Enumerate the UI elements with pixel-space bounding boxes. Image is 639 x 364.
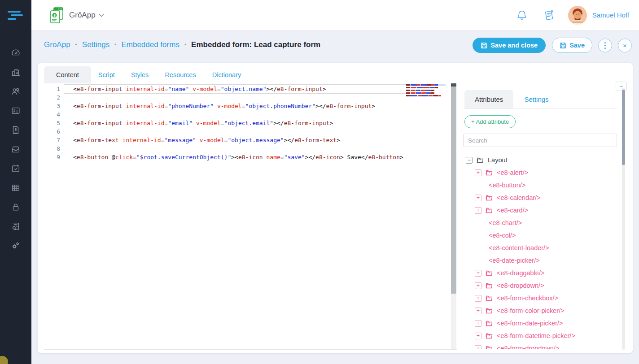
- expand-node-button[interactable]: +: [475, 320, 481, 327]
- breadcrumb-link-embedded-forms[interactable]: Embedded forms: [121, 40, 179, 49]
- tree-item[interactable]: +<e8-form-color-picker/>: [463, 304, 618, 317]
- search-input[interactable]: [463, 134, 617, 147]
- tree-item[interactable]: +<e8-form-dropdown/>: [463, 342, 618, 349]
- code-token: =: [221, 120, 224, 126]
- sidebar-item-security[interactable]: [0, 197, 31, 217]
- panel-scrollbar-thumb[interactable]: [622, 90, 625, 165]
- tree-item[interactable]: <e8-col/>: [463, 229, 618, 242]
- expand-node-button[interactable]: +: [475, 207, 481, 214]
- expand-node-button[interactable]: +: [475, 333, 481, 339]
- tree-item[interactable]: <e8-chart/>: [463, 217, 618, 229]
- tab-styles[interactable]: Styles: [131, 66, 149, 83]
- tree-item[interactable]: <e8-button/>: [463, 179, 618, 191]
- tab-settings[interactable]: Settings: [524, 90, 548, 108]
- code-token: "object.phoneNumber": [245, 103, 316, 109]
- kebab-menu-icon: [604, 41, 606, 49]
- line-number: 2: [44, 93, 60, 102]
- code-line-2[interactable]: [64, 93, 406, 102]
- tree-item[interactable]: +<e8-draggable/>: [463, 267, 618, 279]
- notifications-button[interactable]: [516, 9, 528, 21]
- tree-item[interactable]: +<e8-card/>: [463, 204, 618, 217]
- tab-dictionary[interactable]: Dictionary: [212, 66, 241, 83]
- code-editor[interactable]: 123456789 <e8-form-input internal-id="na…: [44, 83, 457, 350]
- code-line-4[interactable]: [64, 110, 406, 119]
- notes-button[interactable]: [543, 9, 555, 21]
- code-line-1[interactable]: <e8-form-input internal-id="name" v-mode…: [64, 85, 406, 93]
- close-button[interactable]: ×: [618, 39, 632, 52]
- code-token: >: [400, 154, 403, 160]
- sidebar-item-tables[interactable]: [0, 178, 31, 197]
- close-icon: ×: [623, 42, 627, 49]
- code-token: e8-button: [368, 154, 400, 160]
- expand-node-button[interactable]: +: [475, 308, 481, 314]
- menu-toggle-button[interactable]: [8, 11, 24, 21]
- avatar[interactable]: [568, 6, 587, 25]
- code-line-9[interactable]: <e8-button @click="$root.saveCurrentObje…: [64, 153, 406, 161]
- tab-attributes[interactable]: Attributes: [464, 90, 513, 108]
- expand-node-button[interactable]: +: [475, 169, 481, 176]
- tab-script[interactable]: Script: [98, 66, 115, 83]
- tree-item[interactable]: +<e8-form-checkbox/>: [463, 292, 618, 304]
- line-number-gutter: 123456789: [44, 85, 60, 161]
- editor-scrollbar[interactable]: [451, 83, 456, 349]
- corner-widget: [0, 356, 8, 364]
- expand-node-button[interactable]: +: [475, 295, 481, 302]
- sidebar-item-invoices[interactable]: [0, 120, 31, 139]
- code-token: "email": [168, 120, 193, 126]
- code-line-6[interactable]: [64, 127, 406, 136]
- editor-minimap[interactable]: [406, 84, 446, 98]
- more-options-button[interactable]: [598, 39, 612, 52]
- collapse-node-button[interactable]: −: [466, 157, 473, 164]
- tree-root-layout[interactable]: −Layout: [463, 154, 618, 166]
- notes-clipboard-icon: [543, 9, 555, 21]
- tree-item[interactable]: <e8-content-loader/>: [463, 242, 618, 254]
- sidebar-item-settings[interactable]: [0, 236, 31, 255]
- save-button[interactable]: Save: [552, 38, 592, 53]
- tree-item[interactable]: +<e8-form-date-picker/>: [463, 317, 618, 329]
- dashboard-gauge-icon: [11, 48, 21, 58]
- sidebar-item-dashboard[interactable]: [0, 43, 31, 62]
- tree-item-label: <e8-form-datetime-picker/>: [497, 332, 575, 339]
- expand-node-button[interactable]: +: [475, 270, 481, 277]
- code-token: =: [242, 103, 245, 109]
- sidebar-item-reports[interactable]: [0, 217, 31, 236]
- code-line-5[interactable]: <e8-form-input internal-id="email" v-mod…: [64, 119, 406, 127]
- tree-item-label: <e8-alert/>: [497, 169, 528, 176]
- sidebar-item-inbox[interactable]: [0, 139, 31, 159]
- code-token: =: [280, 154, 284, 160]
- checklist-icon: [11, 106, 21, 116]
- expand-node-button[interactable]: +: [475, 345, 481, 350]
- add-attribute-button[interactable]: + Add attribute: [464, 115, 516, 128]
- tree-item[interactable]: +<e8-alert/>: [463, 166, 618, 179]
- tab-resources[interactable]: Resources: [165, 66, 196, 83]
- code-line-8[interactable]: [64, 144, 406, 153]
- sidebar-item-tasks[interactable]: [0, 101, 31, 120]
- panel-scrollbar[interactable]: [622, 88, 625, 350]
- tree-item[interactable]: +<e8-dropdown/>: [463, 279, 618, 292]
- save-and-close-button[interactable]: Save and close: [473, 38, 546, 53]
- code-line-7[interactable]: <e8-form-text internal-id="message" v-mo…: [64, 136, 406, 144]
- tab-content[interactable]: Content: [44, 66, 91, 83]
- tree-item[interactable]: +<e8-form-datetime-picker/>: [463, 329, 618, 342]
- tree-item[interactable]: <e8-date-picker/>: [463, 254, 618, 267]
- editor-scrollbar-thumb[interactable]: [451, 87, 456, 294]
- breadcrumb-link-settings[interactable]: Settings: [82, 40, 109, 49]
- collapse-panel-button[interactable]: −: [616, 82, 627, 91]
- sidebar-item-users[interactable]: [0, 82, 31, 101]
- app-switcher[interactable]: $ GrōApp: [48, 6, 104, 24]
- editor-tabs: Content Script Styles Resources Dictiona…: [44, 66, 257, 83]
- code-token: <: [73, 137, 77, 143]
- inbox-archive-icon: [11, 144, 21, 154]
- code-area[interactable]: <e8-form-input internal-id="name" v-mode…: [64, 85, 406, 161]
- breadcrumb-link-app[interactable]: GrōApp: [44, 40, 70, 49]
- user-name[interactable]: Samuel Hoff: [592, 11, 629, 19]
- code-line-3[interactable]: <e8-form-input internal-id="phoneNumber"…: [64, 102, 406, 110]
- sidebar-item-company[interactable]: [0, 62, 31, 82]
- expand-node-button[interactable]: +: [475, 282, 481, 289]
- expand-node-button[interactable]: +: [475, 195, 481, 201]
- sidebar-item-calendar[interactable]: [0, 159, 31, 178]
- tree-item[interactable]: +<e8-calendar/>: [463, 191, 618, 204]
- code-token: "object.email": [224, 120, 274, 126]
- tree-item-label: <e8-card/>: [497, 207, 528, 214]
- code-token: >: [337, 137, 340, 143]
